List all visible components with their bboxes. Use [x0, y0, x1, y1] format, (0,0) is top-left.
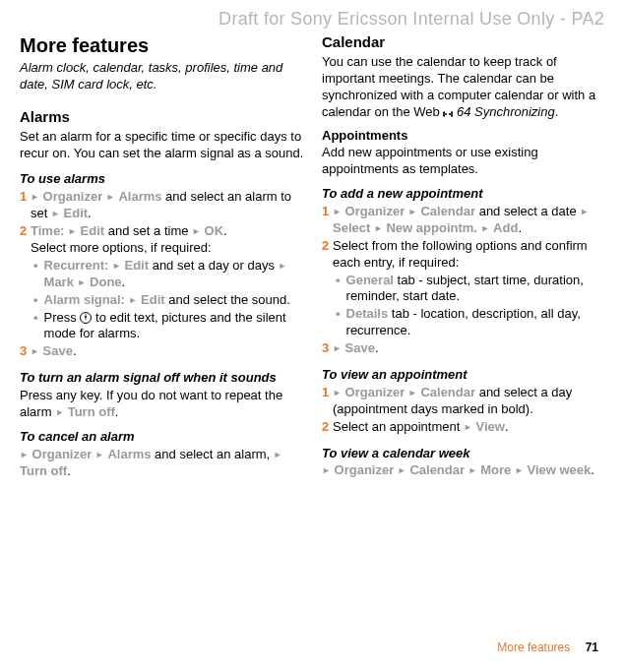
step-text-fragment: Select more options, if required:	[31, 240, 212, 255]
nav-arrow-icon: ►	[106, 192, 115, 202]
nav-arrow-icon: ►	[279, 261, 287, 271]
nav-arrow-icon: ►	[464, 421, 472, 431]
page-subtitle: Alarm clock, calendar, tasks, profiles, …	[20, 60, 304, 93]
bullet-row: • General tab - subject, start time, dur…	[336, 273, 606, 306]
step-row: 1 ► Organizer ► Calendar and select a da…	[322, 204, 606, 237]
step-number: 2	[322, 238, 330, 255]
step-row: 2 Select an appointment ► View.	[322, 419, 606, 436]
step-text: ► Save.	[333, 340, 606, 357]
alarms-body: Set an alarm for a specific time or spec…	[20, 129, 304, 162]
link-icon	[443, 107, 453, 117]
appointments-body: Add new appointments or use existing app…	[322, 145, 606, 178]
nav-arrow-icon: ►	[78, 277, 87, 287]
add-appointment-heading: To add a new appointment	[322, 186, 606, 203]
softkey-details: Details	[346, 306, 389, 321]
step-row: 1 ► Organizer ► Calendar and select a da…	[322, 385, 606, 418]
bullet-icon: •	[33, 310, 38, 326]
appointments-heading: Appointments	[322, 128, 606, 145]
view-week-body: ► Organizer ► Calendar ► More ► View wee…	[322, 462, 606, 479]
bullet-row: • Recurrent: ► Edit and set a day or day…	[33, 258, 304, 291]
cancel-alarm-heading: To cancel an alarm	[20, 429, 304, 446]
two-column-layout: More features Alarm clock, calendar, tas…	[20, 32, 606, 487]
nav-arrow-icon: ►	[31, 346, 39, 356]
softkey-add: Add	[493, 220, 518, 235]
calendar-heading: Calendar	[322, 32, 606, 52]
softkey-recurrent: Recurrent:	[44, 258, 109, 273]
step-row: 2 Select from the following options and …	[322, 238, 606, 272]
bullet-icon: •	[336, 306, 341, 322]
bullet-row: • Details tab - location, description, a…	[336, 306, 606, 339]
softkey-organizer: Organizer	[345, 204, 406, 218]
softkey-mark: Mark	[44, 275, 74, 289]
step-text: ► Save.	[31, 343, 304, 360]
softkey-save: Save	[43, 343, 73, 358]
bullet-text: Details tab - location, description, all…	[346, 306, 606, 339]
view-week-heading: To view a calendar week	[322, 446, 606, 462]
step-row: 1 ► Organizer ► Alarms and select an ala…	[20, 189, 304, 222]
nav-arrow-icon: ►	[580, 207, 589, 216]
softkey-alarm-signal: Alarm signal:	[44, 292, 125, 307]
nav-arrow-icon: ►	[51, 209, 60, 218]
softkey-time: Time:	[31, 223, 64, 238]
step-number: 1	[322, 385, 330, 401]
step-number: 2	[20, 223, 28, 240]
step-text: ► Organizer ► Calendar and select a day …	[333, 385, 606, 418]
turn-off-body: Press any key. If you do not want to rep…	[20, 388, 304, 421]
softkey-turn-off: Turn off	[68, 404, 115, 419]
text-fragment: Select an appointment	[333, 419, 464, 434]
use-alarms-heading: To use alarms	[20, 171, 304, 188]
step-number: 1	[20, 189, 28, 206]
step-row: 3 ► Save.	[20, 343, 304, 360]
bullet-text-fragment: and set a day or days	[149, 258, 279, 273]
step-text: Select an appointment ► View.	[333, 419, 606, 436]
view-appointment-heading: To view an appointment	[322, 367, 606, 384]
nav-arrow-icon: ►	[95, 450, 104, 459]
step-text: Time: ► Edit and set a time ► OK.Select …	[31, 223, 304, 257]
step-text-fragment: and set a time	[104, 223, 192, 238]
page-footer: More features 71	[497, 641, 598, 656]
softkey-alarms: Alarms	[107, 447, 151, 461]
nav-arrow-icon: ►	[192, 226, 201, 236]
footer-page-number: 71	[586, 641, 598, 654]
bullet-icon: •	[33, 258, 38, 274]
nav-arrow-icon: ►	[408, 207, 417, 216]
bullet-text: Alarm signal: ► Edit and select the soun…	[44, 292, 304, 309]
step-number: 1	[322, 204, 330, 220]
softkey-ok: OK	[205, 223, 224, 238]
softkey-edit: Edit	[141, 292, 165, 307]
step-number: 3	[322, 340, 330, 357]
nav-arrow-icon: ►	[55, 407, 64, 417]
step-text: ► Organizer ► Calendar and select a date…	[333, 204, 606, 237]
step-number: 3	[20, 343, 28, 360]
step-number: 2	[322, 419, 330, 436]
step-row: 2 Time: ► Edit and set a time ► OK.Selec…	[20, 223, 304, 257]
left-column: More features Alarm clock, calendar, tas…	[20, 32, 304, 487]
softkey-done: Done	[90, 275, 122, 289]
softkey-save: Save	[345, 340, 375, 355]
right-column: Calendar You can use the calendar to kee…	[322, 32, 606, 487]
softkey-general: General	[346, 273, 394, 287]
nav-arrow-icon: ►	[398, 465, 406, 475]
softkey-view: View	[476, 419, 505, 434]
nav-arrow-icon: ►	[515, 465, 524, 475]
bullet-text-fragment: and select the sound.	[165, 292, 290, 307]
softkey-select: Select	[333, 220, 370, 235]
softkey-organizer: Organizer	[345, 385, 406, 399]
nav-arrow-icon: ►	[274, 450, 282, 459]
alarms-heading: Alarms	[20, 107, 304, 127]
nav-arrow-icon: ►	[68, 226, 77, 236]
nav-arrow-icon: ►	[31, 192, 39, 202]
bullet-text: General tab - subject, start time, durat…	[346, 273, 606, 306]
nav-arrow-icon: ►	[322, 465, 331, 475]
draft-watermark: Draft for Sony Ericsson Internal Use Onl…	[20, 8, 606, 31]
bullet-row: • Alarm signal: ► Edit and select the so…	[33, 292, 304, 309]
softkey-calendar: Calendar	[409, 462, 465, 477]
softkey-calendar: Calendar	[420, 385, 475, 399]
nav-arrow-icon: ►	[333, 388, 342, 397]
nav-arrow-icon: ►	[333, 207, 342, 216]
bullet-row: • Press to edit text, pictures and the s…	[33, 310, 304, 343]
footer-section-name: More features	[497, 641, 570, 654]
softkey-view-week: View week	[527, 462, 591, 477]
nav-arrow-icon: ►	[481, 223, 490, 233]
cancel-alarm-body: ► Organizer ► Alarms and select an alarm…	[20, 447, 304, 480]
